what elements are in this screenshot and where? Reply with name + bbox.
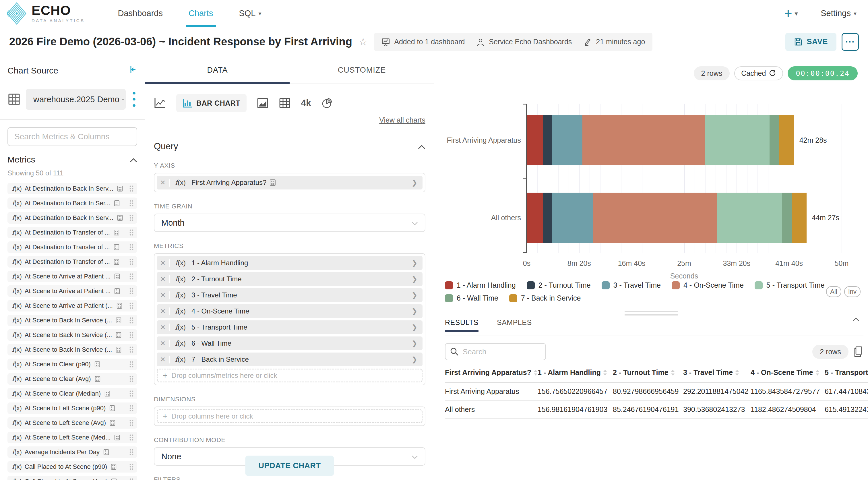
legend-item[interactable]: 1 - Alarm Handling xyxy=(445,281,516,289)
metric-pill[interactable]: ✕f(x)4 - On-Scene Time❯ xyxy=(157,304,423,318)
metric-pill[interactable]: ✕f(x)1 - Alarm Handling❯ xyxy=(157,256,423,270)
bar-segment[interactable] xyxy=(593,192,717,243)
drag-handle-icon[interactable] xyxy=(129,434,134,441)
metric-pill[interactable]: ✕f(x)5 - Transport Time❯ xyxy=(157,320,423,334)
bar-segment[interactable] xyxy=(552,192,593,243)
sort-icon[interactable] xyxy=(671,369,675,376)
bar-segment[interactable] xyxy=(782,192,792,243)
metric-pill[interactable]: ✕f(x)7 - Back in Service❯ xyxy=(157,353,423,366)
drag-handle-icon[interactable] xyxy=(129,346,134,353)
metric-item[interactable]: f(x)At Destination to Back In Serv... xyxy=(7,212,137,223)
drag-handle-icon[interactable] xyxy=(129,332,134,338)
sort-icon[interactable] xyxy=(815,369,819,376)
drag-handle-icon[interactable] xyxy=(129,288,134,295)
legend-inv-button[interactable]: Inv xyxy=(844,286,861,297)
legend-item[interactable]: 5 - Transport Time xyxy=(755,281,825,289)
bar-segment[interactable] xyxy=(779,115,794,166)
nav-item-sql[interactable]: SQL▾ xyxy=(226,0,274,27)
metric-pill[interactable]: ✕f(x)3 - Travel Time❯ xyxy=(157,288,423,302)
favorite-star-icon[interactable]: ☆ xyxy=(359,36,368,48)
tab-customize[interactable]: CUSTOMIZE xyxy=(290,57,434,84)
table-chart-icon[interactable] xyxy=(279,97,291,109)
last-modified-badge[interactable]: 21 minutes ago xyxy=(583,38,645,46)
chart-type-bar-chart[interactable]: BAR CHART xyxy=(176,94,247,112)
stacked-bar[interactable] xyxy=(527,192,807,243)
chevron-right-icon[interactable]: ❯ xyxy=(412,259,423,267)
metrics-search-input[interactable] xyxy=(7,127,137,146)
area-chart-icon[interactable] xyxy=(257,98,268,109)
chevron-right-icon[interactable]: ❯ xyxy=(412,323,423,331)
metric-item[interactable]: f(x)At Scene to Arrive at Patient ... xyxy=(7,286,137,297)
more-options-button[interactable]: ··· xyxy=(842,33,859,51)
metric-item[interactable]: f(x)At Scene to Left Scene (Avg) xyxy=(7,417,137,429)
remove-icon[interactable]: ✕ xyxy=(157,259,170,267)
chevron-right-icon[interactable]: ❯ xyxy=(412,275,423,283)
metric-item[interactable]: f(x)At Scene to Back In Service (... xyxy=(7,344,137,355)
big-number-chart[interactable]: 4k xyxy=(301,98,311,108)
bar-segment[interactable] xyxy=(582,115,705,166)
metrics-collapse-icon[interactable] xyxy=(130,155,137,164)
drag-handle-icon[interactable] xyxy=(129,244,134,251)
time-grain-select[interactable]: Month xyxy=(154,214,425,232)
legend-item[interactable]: 7 - Back in Service xyxy=(509,294,581,302)
metric-item[interactable]: f(x)Average Incidents Per Day xyxy=(7,446,137,458)
drag-handle-icon[interactable] xyxy=(129,376,134,382)
nav-item-dashboards[interactable]: Dashboards xyxy=(105,0,176,27)
bar-segment[interactable] xyxy=(705,115,770,166)
stacked-bar-chart[interactable]: First Arriving Apparatus42m 28sAll other… xyxy=(526,103,842,253)
legend-all-button[interactable]: All xyxy=(826,286,841,297)
drag-handle-icon[interactable] xyxy=(129,200,134,207)
results-collapse-icon[interactable] xyxy=(852,317,859,323)
metric-item[interactable]: f(x)At Destination to Transfer of ... xyxy=(7,227,137,238)
legend-item[interactable]: 2 - Turnout Time xyxy=(527,281,591,289)
panel-resize-handle[interactable] xyxy=(625,311,678,318)
y-axis-control[interactable]: ✕ f(x)First Arriving Apparatus? ❯ xyxy=(154,173,425,192)
table-header-cell[interactable]: First Arriving Apparatus? xyxy=(445,368,538,377)
metric-item[interactable]: f(x)At Scene to Clear (Avg) xyxy=(7,373,137,385)
metric-item[interactable]: f(x)At Scene to Back In Service (... xyxy=(7,314,137,326)
table-row[interactable]: First Arriving Apparatus156.756502209664… xyxy=(445,383,868,401)
chevron-right-icon[interactable]: ❯ xyxy=(412,291,423,299)
metric-item[interactable]: f(x)Call Placed to At Scene (p90) xyxy=(7,461,137,473)
results-search-input[interactable] xyxy=(445,343,546,360)
remove-icon[interactable]: ✕ xyxy=(157,307,170,315)
tab-samples[interactable]: SAMPLES xyxy=(497,319,532,332)
table-header-cell[interactable]: 2 - Turnout Time xyxy=(613,368,683,377)
add-new-button[interactable]: +▾ xyxy=(784,7,798,20)
update-chart-button[interactable]: UPDATE CHART xyxy=(245,456,334,476)
metric-item[interactable]: f(x)At Scene to Clear (p90) xyxy=(7,359,137,370)
drag-handle-icon[interactable] xyxy=(129,302,134,309)
metric-pill[interactable]: ✕f(x)6 - Wall Time❯ xyxy=(157,336,423,350)
bar-segment[interactable] xyxy=(543,115,552,166)
metric-item[interactable]: f(x)At Scene to Back In Service (... xyxy=(7,329,137,341)
added-to-dashboard-badge[interactable]: Added to 1 dashboard xyxy=(381,38,465,46)
chevron-right-icon[interactable]: ❯ xyxy=(412,355,423,363)
drag-handle-icon[interactable] xyxy=(129,419,134,426)
drag-handle-icon[interactable] xyxy=(129,185,134,192)
bar-segment[interactable] xyxy=(543,192,552,243)
metric-item[interactable]: f(x)At Destination to Transfer of ... xyxy=(7,241,137,253)
table-row[interactable]: All others156.9816190476190385.246761904… xyxy=(445,401,868,419)
bar-segment[interactable] xyxy=(552,115,582,166)
dataset-name[interactable]: warehouse.2025 Demo - In... xyxy=(26,89,126,110)
remove-icon[interactable]: ✕ xyxy=(157,291,170,299)
query-collapse-icon[interactable] xyxy=(418,141,425,152)
metric-item[interactable]: f(x)Call Placed to At Scene (Avg) xyxy=(7,476,137,480)
stacked-bar[interactable] xyxy=(527,115,794,166)
metric-item[interactable]: f(x)At Scene to Left Scene (Med... xyxy=(7,432,137,443)
tab-data[interactable]: DATA xyxy=(145,57,290,84)
drag-handle-icon[interactable] xyxy=(129,214,134,221)
table-header-cell[interactable]: 4 - On-Scene Time xyxy=(751,368,825,377)
settings-menu[interactable]: Settings▾ xyxy=(820,9,857,18)
bar-segment[interactable] xyxy=(527,192,543,243)
nav-item-charts[interactable]: Charts xyxy=(176,0,226,27)
legend-item[interactable]: 3 - Travel Time xyxy=(601,281,661,289)
drag-handle-icon[interactable] xyxy=(129,390,134,397)
remove-icon[interactable]: ✕ xyxy=(157,356,170,363)
drag-handle-icon[interactable] xyxy=(129,273,134,280)
pie-chart-icon[interactable] xyxy=(321,97,333,109)
metric-item[interactable]: f(x)At Scene to Clear (Median) xyxy=(7,388,137,399)
metric-item[interactable]: f(x)At Destination to Back In Serv... xyxy=(7,183,137,194)
metric-item[interactable]: f(x)At Destination to Transfer of ... xyxy=(7,256,137,268)
remove-icon[interactable]: ✕ xyxy=(157,179,170,187)
